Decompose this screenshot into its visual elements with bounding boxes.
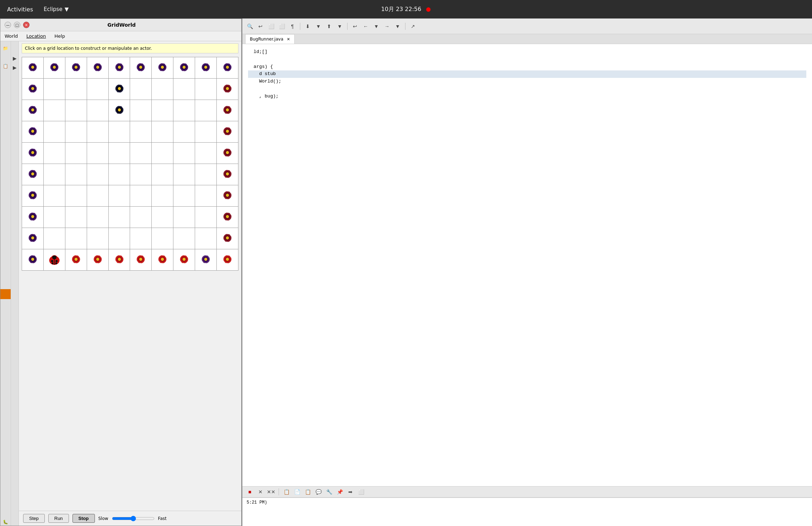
console-stop-btn[interactable]: ■ — [245, 487, 254, 496]
grid-cell-8-7[interactable] — [173, 228, 195, 249]
grid-cell-3-7[interactable] — [173, 121, 195, 143]
grid-cell-5-2[interactable] — [65, 164, 87, 185]
toolbar-btn-4[interactable]: ⬜ — [277, 22, 286, 31]
grid-cell-9-3[interactable] — [87, 249, 108, 271]
menu-help[interactable]: Help — [53, 33, 66, 39]
grid-cell-8-2[interactable] — [65, 228, 87, 249]
grid-cell-4-5[interactable] — [130, 143, 152, 164]
toolbar-btn-7b[interactable]: ▼ — [335, 22, 344, 31]
grid-cell-1-5[interactable] — [130, 79, 152, 100]
grid-cell-6-7[interactable] — [173, 185, 195, 207]
menu-location[interactable]: Location — [25, 33, 47, 39]
grid-cell-8-0[interactable] — [22, 228, 44, 249]
grid-cell-3-1[interactable] — [43, 121, 65, 143]
toolbar-btn-10[interactable]: → — [382, 22, 392, 31]
grid-cell-0-7[interactable] — [173, 57, 195, 79]
grid-cell-6-9[interactable] — [217, 185, 238, 207]
grid-cell-8-9[interactable] — [217, 228, 238, 249]
grid-cell-6-3[interactable] — [87, 185, 108, 207]
grid-cell-2-1[interactable] — [43, 100, 65, 121]
tab-bugrunner[interactable]: BugRunner.java ✕ — [245, 34, 295, 44]
toolbar-btn-3[interactable]: ⬜ — [267, 22, 276, 31]
grid-cell-2-9[interactable] — [217, 100, 238, 121]
grid-cell-9-4[interactable] — [108, 249, 130, 271]
grid-cell-9-2[interactable] — [65, 249, 87, 271]
grid-cell-1-8[interactable] — [195, 79, 217, 100]
grid-cell-3-9[interactable] — [217, 121, 238, 143]
grid-cell-4-9[interactable] — [217, 143, 238, 164]
grid-cell-2-0[interactable] — [22, 100, 44, 121]
grid-cell-0-4[interactable] — [108, 57, 130, 79]
grid-cell-6-5[interactable] — [130, 185, 152, 207]
grid-cell-8-6[interactable] — [152, 228, 173, 249]
sidebar-icon-2[interactable]: 📋 — [2, 63, 9, 70]
grid-cell-5-5[interactable] — [130, 164, 152, 185]
grid-cell-6-2[interactable] — [65, 185, 87, 207]
grid-cell-4-6[interactable] — [152, 143, 173, 164]
grid-cell-5-7[interactable] — [173, 164, 195, 185]
grid-cell-3-6[interactable] — [152, 121, 173, 143]
grid-cell-9-5[interactable] — [130, 249, 152, 271]
grid-cell-3-5[interactable] — [130, 121, 152, 143]
console-btn-6[interactable]: 📋 — [303, 487, 312, 496]
eclipse-dropdown-icon[interactable]: ▼ — [65, 6, 69, 12]
grid-cell-4-2[interactable] — [65, 143, 87, 164]
grid-cell-4-4[interactable] — [108, 143, 130, 164]
grid-cell-3-2[interactable] — [65, 121, 87, 143]
toolbar-btn-1[interactable]: 🔍 — [245, 22, 254, 31]
speed-slider[interactable] — [112, 516, 155, 521]
grid-cell-0-1[interactable] — [43, 57, 65, 79]
grid-cell-1-9[interactable] — [217, 79, 238, 100]
grid-cell-7-4[interactable] — [108, 207, 130, 228]
grid-cell-0-8[interactable] — [195, 57, 217, 79]
grid-cell-7-0[interactable] — [22, 207, 44, 228]
eclipse-menu[interactable]: Eclipse ▼ — [44, 6, 69, 12]
grid-cell-7-2[interactable] — [65, 207, 87, 228]
grid-cell-4-7[interactable] — [173, 143, 195, 164]
grid-cell-9-8[interactable] — [195, 249, 217, 271]
grid-cell-1-4[interactable] — [108, 79, 130, 100]
grid-cell-6-0[interactable] — [22, 185, 44, 207]
console-btn-5[interactable]: 📄 — [292, 487, 302, 496]
grid-cell-5-6[interactable] — [152, 164, 173, 185]
grid-cell-1-7[interactable] — [173, 79, 195, 100]
grid-container[interactable] — [19, 55, 241, 511]
grid-cell-6-8[interactable] — [195, 185, 217, 207]
tab-close-icon[interactable]: ✕ — [287, 37, 290, 42]
grid-cell-1-6[interactable] — [152, 79, 173, 100]
grid-cell-2-6[interactable] — [152, 100, 173, 121]
grid-cell-3-8[interactable] — [195, 121, 217, 143]
grid-cell-7-8[interactable] — [195, 207, 217, 228]
close-button[interactable]: ✕ — [23, 22, 29, 28]
console-btn-3[interactable]: ✕✕ — [267, 487, 276, 496]
grid-cell-3-0[interactable] — [22, 121, 44, 143]
console-btn-10[interactable]: ➡ — [346, 487, 355, 496]
grid-cell-9-9[interactable] — [217, 249, 238, 271]
grid-cell-2-2[interactable] — [65, 100, 87, 121]
grid-cell-8-1[interactable] — [43, 228, 65, 249]
grid-cell-6-4[interactable] — [108, 185, 130, 207]
toolbar-btn-8[interactable]: ↩ — [350, 22, 360, 31]
toolbar-btn-10b[interactable]: ▼ — [393, 22, 402, 31]
minimize-button[interactable]: — — [5, 22, 11, 28]
toolbar-btn-2[interactable]: ↩ — [256, 22, 265, 31]
grid-cell-4-0[interactable] — [22, 143, 44, 164]
grid-cell-2-8[interactable] — [195, 100, 217, 121]
console-btn-4[interactable]: 📋 — [282, 487, 291, 496]
grid-cell-7-5[interactable] — [130, 207, 152, 228]
activities-button[interactable]: Activities — [7, 6, 33, 13]
grid-cell-1-2[interactable] — [65, 79, 87, 100]
grid-cell-6-6[interactable] — [152, 185, 173, 207]
menu-world[interactable]: World — [3, 33, 19, 39]
grid-cell-5-9[interactable] — [217, 164, 238, 185]
toolbar-btn-9[interactable]: ← — [361, 22, 370, 31]
run-button[interactable]: Run — [48, 514, 69, 523]
grid-cell-7-3[interactable] — [87, 207, 108, 228]
grid-cell-0-5[interactable] — [130, 57, 152, 79]
toolbar-btn-9b[interactable]: ▼ — [372, 22, 381, 31]
sidebar-icon-1[interactable]: 📁 — [2, 45, 9, 52]
grid-cell-6-1[interactable] — [43, 185, 65, 207]
toolbar-btn-11[interactable]: ↗ — [408, 22, 418, 31]
grid-cell-5-4[interactable] — [108, 164, 130, 185]
grid-cell-5-1[interactable] — [43, 164, 65, 185]
